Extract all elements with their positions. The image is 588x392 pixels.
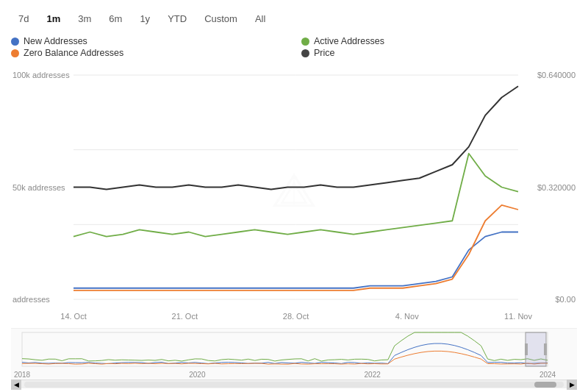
legend-item-0: New Addresses — [11, 36, 287, 46]
scrollbar-track[interactable] — [24, 382, 564, 388]
main-chart-canvas — [11, 64, 577, 325]
legend-item-1: Active Addresses — [301, 36, 577, 46]
legend-label-1: Active Addresses — [314, 36, 384, 46]
time-btn-1m[interactable]: 1m — [39, 10, 68, 27]
chart-legend: New AddressesActive AddressesZero Balanc… — [11, 33, 577, 64]
legend-dot-3 — [301, 49, 309, 57]
mini-chart-canvas — [11, 329, 577, 379]
legend-dot-0 — [11, 38, 19, 46]
legend-label-3: Price — [314, 48, 334, 58]
time-btn-ytd[interactable]: YTD — [160, 10, 194, 27]
scrollbar-thumb[interactable] — [534, 382, 556, 388]
time-btn-1y[interactable]: 1y — [132, 10, 157, 27]
legend-item-2: Zero Balance Addresses — [11, 48, 287, 58]
scroll-right-arrow[interactable]: ▶ — [567, 379, 577, 390]
legend-label-2: Zero Balance Addresses — [24, 48, 123, 58]
scrollbar-area[interactable]: ◀ ▶ — [11, 379, 577, 388]
legend-dot-2 — [11, 49, 19, 57]
legend-dot-1 — [301, 38, 309, 46]
legend-item-3: Price — [301, 48, 577, 58]
mini-chart-wrapper — [11, 328, 577, 379]
time-btn-custom[interactable]: Custom — [197, 10, 245, 27]
time-selector: 7d1m3m6m1yYTDCustomAll — [11, 7, 577, 33]
scroll-left-arrow[interactable]: ◀ — [11, 379, 21, 390]
main-container: 7d1m3m6m1yYTDCustomAll New AddressesActi… — [0, 0, 588, 392]
time-btn-7d[interactable]: 7d — [11, 10, 36, 27]
main-chart-wrapper — [11, 64, 577, 325]
legend-label-0: New Addresses — [24, 36, 87, 46]
time-btn-3m[interactable]: 3m — [71, 10, 98, 27]
time-btn-6m[interactable]: 6m — [101, 10, 129, 27]
time-btn-all[interactable]: All — [248, 10, 273, 27]
